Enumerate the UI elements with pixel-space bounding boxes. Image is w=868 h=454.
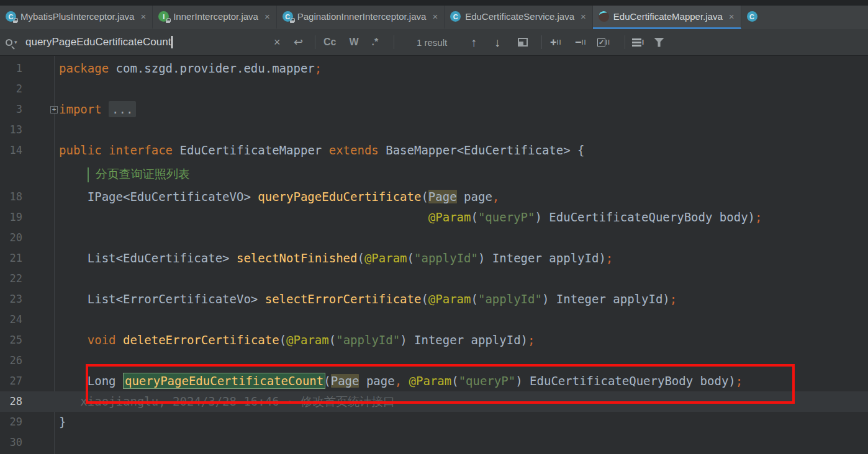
code-text[interactable] bbox=[54, 120, 59, 140]
code-line[interactable]: 26 bbox=[0, 350, 868, 371]
match-case-toggle[interactable]: Cc bbox=[323, 37, 336, 48]
open-in-find-window-button[interactable] bbox=[518, 29, 528, 55]
code-line[interactable]: 2 bbox=[0, 79, 868, 99]
code-line[interactable]: 13 bbox=[0, 120, 868, 140]
code-text[interactable] bbox=[54, 432, 59, 453]
code-line[interactable]: 22 bbox=[0, 269, 868, 289]
code-line[interactable]: 29} bbox=[0, 412, 868, 432]
remove-occurrence-button[interactable]: −II bbox=[575, 29, 587, 55]
code-token: ; bbox=[670, 292, 677, 306]
editor-tab-bar: CMybatisPlusInterceptor.java×IInnerInter… bbox=[0, 6, 868, 29]
code-token: package bbox=[59, 61, 109, 75]
code-token: ( bbox=[323, 374, 330, 388]
code-line[interactable]: 25 void deleteErrorCertificate(@Param("a… bbox=[0, 330, 868, 350]
code-line[interactable]: 18 IPage<EduCertificateVO> queryPageEduC… bbox=[0, 187, 868, 207]
close-icon[interactable]: × bbox=[432, 11, 438, 22]
code-line[interactable]: 1package com.szgd.provider.edu.mapper; bbox=[0, 58, 868, 79]
code-token: } bbox=[59, 415, 66, 429]
code-text[interactable] bbox=[54, 228, 59, 248]
code-line[interactable]: 20 bbox=[0, 228, 868, 248]
line-number: 29 bbox=[0, 412, 54, 432]
line-number: 21 bbox=[0, 248, 54, 269]
code-text[interactable]: public interface EduCertificateMapper ex… bbox=[54, 140, 585, 161]
close-icon[interactable]: × bbox=[581, 11, 586, 22]
divider bbox=[315, 35, 315, 49]
code-line[interactable]: 30 bbox=[0, 432, 868, 453]
code-text[interactable]: } bbox=[54, 412, 66, 432]
code-line[interactable]: 24 bbox=[0, 309, 868, 330]
code-token: @Param bbox=[364, 251, 407, 265]
code-text[interactable] bbox=[54, 269, 59, 289]
add-occurrence-button[interactable]: +II bbox=[550, 29, 562, 55]
code-token: ; bbox=[606, 251, 613, 265]
code-text[interactable]: List<ErrorCertificateVo> selectErrorCert… bbox=[54, 289, 677, 309]
code-line[interactable]: 28 xiaojianglu, 2024/3/28 16:46 · 修改首页统计… bbox=[0, 391, 868, 412]
tab-EduCertificateService.java[interactable]: CEduCertificateService.java× bbox=[445, 6, 593, 29]
previous-occurrence-button[interactable]: ↑ bbox=[471, 29, 477, 55]
code-token: @Param bbox=[286, 333, 329, 347]
code-text[interactable]: void deleteErrorCertificate(@Param("appl… bbox=[54, 330, 535, 350]
code-text[interactable] bbox=[54, 79, 59, 99]
code-line[interactable]: 21 List<EduCertificate> selectNotFinishe… bbox=[0, 248, 868, 269]
newline-icon[interactable]: ↩ bbox=[294, 29, 303, 55]
tab-label: EduCertificateMapper.java bbox=[613, 11, 723, 22]
code-text[interactable]: @Param("queryP") EduCertificateQueryBody… bbox=[54, 207, 762, 228]
code-line[interactable]: 23 List<ErrorCertificateVo> selectErrorC… bbox=[0, 289, 868, 309]
search-icon[interactable]: ▾ bbox=[6, 29, 17, 55]
code-text[interactable]: List<EduCertificate> selectNotFinished(@… bbox=[54, 248, 613, 269]
code-token: ... bbox=[109, 101, 136, 117]
code-token: , bbox=[492, 190, 499, 203]
code-line[interactable]: 27 Long queryPageEduCertificateCount(Pag… bbox=[0, 371, 868, 391]
close-icon[interactable]: × bbox=[264, 11, 270, 22]
regex-toggle[interactable]: .* bbox=[372, 37, 379, 48]
code-token: IPage<EduCertificateVO> bbox=[59, 190, 258, 203]
tab-EduCertificateMapper.java[interactable]: EduCertificateMapper.java× bbox=[593, 6, 741, 29]
code-token: 分页查询证照列表 bbox=[96, 167, 190, 180]
close-icon[interactable]: × bbox=[729, 11, 735, 22]
line-number: 19 bbox=[0, 207, 54, 228]
code-token: Page bbox=[428, 190, 457, 203]
code-text[interactable]: xiaojianglu, 2024/3/28 16:46 · 修改首页统计接口 bbox=[54, 391, 395, 412]
tab-InnerInterceptor.java[interactable]: IInnerInterceptor.java× bbox=[153, 6, 277, 29]
code-text[interactable]: IPage<EduCertificateVO> queryPageEduCert… bbox=[54, 187, 499, 207]
search-history-dropdown-icon[interactable]: ▾ bbox=[14, 39, 17, 45]
select-all-occurrences-button[interactable]: ✓II bbox=[597, 29, 610, 55]
code-text[interactable]: import ... bbox=[54, 99, 136, 120]
code-token: extends bbox=[329, 143, 379, 157]
code-text[interactable] bbox=[54, 309, 59, 330]
tab-MybatisPlusInterceptor.java[interactable]: CMybatisPlusInterceptor.java× bbox=[0, 6, 153, 29]
code-text[interactable]: package com.szgd.provider.edu.mapper; bbox=[54, 58, 322, 79]
code-token bbox=[59, 210, 428, 224]
window-top-strip bbox=[0, 0, 868, 6]
tab-partial[interactable]: C bbox=[741, 6, 757, 29]
code-token: ) Integer applyId) bbox=[478, 251, 606, 265]
code-token: @Param bbox=[428, 210, 471, 224]
code-line[interactable]: 3+import ... bbox=[0, 99, 868, 120]
code-token: BaseMapper<EduCertificate> { bbox=[379, 143, 585, 157]
search-input[interactable]: queryPageEduCertificateCount bbox=[25, 29, 173, 55]
filter-results-button[interactable] bbox=[654, 29, 664, 55]
tab-PaginationInnerInterceptor.java[interactable]: CPaginationInnerInterceptor.java× bbox=[277, 6, 445, 29]
words-toggle[interactable]: W bbox=[349, 37, 358, 48]
code-text[interactable]: 分页查询证照列表 bbox=[54, 161, 190, 187]
line-number: 2 bbox=[0, 79, 54, 99]
tab-label: MybatisPlusInterceptor.java bbox=[20, 11, 134, 22]
code-line[interactable]: 19 @Param("queryP") EduCertificateQueryB… bbox=[0, 207, 868, 228]
checkbox-icon: ✓ bbox=[597, 38, 605, 47]
clear-search-icon[interactable]: × bbox=[274, 29, 281, 55]
line-number: 1 bbox=[0, 58, 54, 79]
code-text[interactable]: Long queryPageEduCertificateCount(Page p… bbox=[54, 371, 743, 391]
next-occurrence-button[interactable]: ↓ bbox=[494, 29, 500, 55]
code-line[interactable]: 分页查询证照列表 bbox=[0, 161, 868, 187]
code-line[interactable]: 14public interface EduCertificateMapper … bbox=[0, 140, 868, 161]
divider bbox=[394, 35, 394, 49]
highlight-occurrences-button[interactable]: I bbox=[632, 29, 644, 55]
close-icon[interactable]: × bbox=[140, 11, 146, 22]
code-token: EduCertificateMapper bbox=[173, 143, 329, 157]
code-token: ( bbox=[471, 210, 477, 224]
fold-expand-icon[interactable]: + bbox=[50, 106, 58, 114]
class-icon: C bbox=[450, 11, 461, 22]
code-token: Long bbox=[59, 374, 123, 388]
code-editor[interactable]: 1package com.szgd.provider.edu.mapper;23… bbox=[0, 56, 868, 454]
code-text[interactable] bbox=[54, 350, 59, 371]
